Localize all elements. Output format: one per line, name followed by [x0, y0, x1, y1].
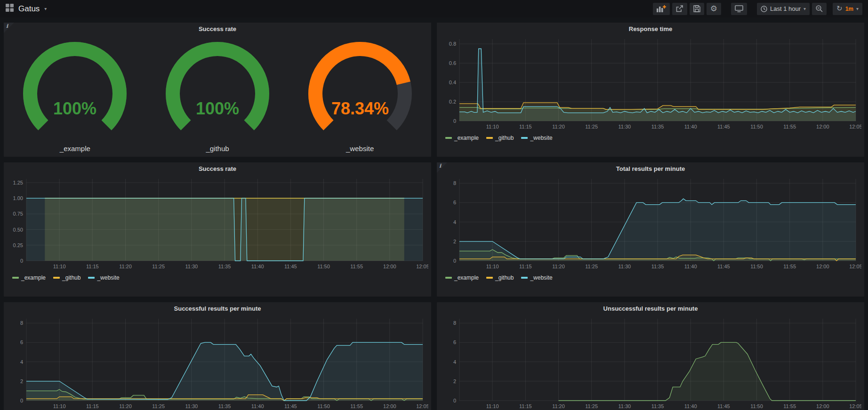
save-button[interactable]: [690, 3, 704, 15]
clock-icon: [761, 6, 767, 12]
legend-swatch: [12, 277, 19, 279]
chart-legend: _example_github_website: [440, 274, 861, 281]
panel-header[interactable]: Success rate: [4, 23, 431, 35]
svg-text:8: 8: [453, 320, 456, 326]
svg-text:11:30: 11:30: [185, 264, 198, 269]
panel-header[interactable]: Total results per minute: [437, 162, 864, 175]
svg-text:11:20: 11:20: [119, 403, 132, 409]
legend-swatch: [88, 277, 95, 279]
time-range-picker[interactable]: Last 1 hour ▾: [757, 3, 810, 15]
legend-item-_github[interactable]: _github: [486, 274, 514, 281]
svg-text:0.75: 0.75: [13, 211, 23, 217]
legend-item-_website[interactable]: _website: [88, 274, 119, 281]
panel-response-time: Response time 00.20.40.60.811:1011:1511:…: [437, 23, 864, 157]
svg-text:11:35: 11:35: [218, 403, 231, 409]
chart-container: 0246811:1011:1511:2011:2511:3011:3511:40…: [437, 315, 864, 410]
panel-title: Response time: [629, 25, 672, 32]
refresh-picker[interactable]: ↻ 1m ▾: [833, 3, 862, 15]
svg-text:0: 0: [453, 398, 456, 403]
svg-text:1.00: 1.00: [13, 195, 23, 201]
svg-text:11:15: 11:15: [519, 403, 532, 409]
gear-icon: ⚙: [710, 5, 717, 13]
svg-text:11:20: 11:20: [552, 403, 565, 409]
panel-header[interactable]: Success rate: [4, 162, 431, 175]
info-icon: i: [439, 163, 441, 169]
svg-text:0.25: 0.25: [13, 242, 23, 248]
legend-label: _github: [62, 274, 80, 281]
share-button[interactable]: [672, 3, 687, 15]
add-panel-button[interactable]: [653, 3, 670, 15]
legend-label: _github: [495, 274, 514, 281]
svg-text:11:30: 11:30: [185, 403, 198, 409]
panel-header[interactable]: Successful results per minute: [4, 302, 431, 315]
svg-text:0.50: 0.50: [13, 227, 23, 233]
legend-item-_github[interactable]: _github: [486, 135, 514, 141]
svg-text:12:00: 12:00: [816, 403, 829, 409]
svg-text:11:40: 11:40: [684, 124, 697, 129]
panel-success-rate-timeseries: Success rate 00.250.500.751.001.2511:101…: [4, 162, 431, 297]
chart-svg: 0246811:1011:1511:2011:2511:3011:3511:40…: [440, 175, 861, 272]
gauge-label: _example: [60, 145, 90, 153]
gauge-arc: 78.34%: [294, 38, 426, 145]
svg-text:11:45: 11:45: [717, 403, 730, 409]
panel-title: Unsuccessful results per minute: [603, 305, 698, 312]
legend-item-_website[interactable]: _website: [521, 135, 552, 141]
panel-header[interactable]: Unsuccessful results per minute: [437, 302, 864, 315]
panel-title: Total results per minute: [616, 165, 685, 172]
panel-success-rate-gauges: i Success rate 100%_example100%_github78…: [4, 23, 431, 157]
svg-text:11:55: 11:55: [783, 403, 796, 409]
legend-swatch: [521, 277, 528, 279]
legend-swatch: [445, 277, 452, 279]
svg-text:6: 6: [20, 339, 23, 345]
svg-text:11:10: 11:10: [486, 403, 499, 409]
chevron-down-icon: ▾: [804, 7, 806, 11]
panel-info-corner[interactable]: i: [437, 162, 448, 174]
svg-text:12:05: 12:05: [849, 124, 861, 129]
gauge-_example: 100%_example: [9, 38, 141, 153]
svg-text:8: 8: [453, 180, 456, 186]
svg-text:11:15: 11:15: [519, 264, 532, 269]
svg-text:78.34%: 78.34%: [331, 99, 389, 118]
svg-text:11:15: 11:15: [519, 124, 532, 129]
legend-item-_example[interactable]: _example: [445, 135, 479, 141]
svg-text:0: 0: [20, 258, 23, 264]
panel-info-corner[interactable]: i: [4, 23, 15, 34]
svg-text:11:15: 11:15: [86, 403, 99, 409]
svg-text:11:35: 11:35: [218, 264, 231, 269]
settings-gear-button[interactable]: ⚙: [707, 3, 721, 15]
svg-text:11:55: 11:55: [783, 264, 796, 269]
zoom-out-button[interactable]: [812, 3, 827, 15]
panel-successful-results: Successful results per minute 0246811:10…: [4, 302, 431, 410]
dashboard-title[interactable]: Gatus: [18, 4, 40, 14]
svg-text:11:10: 11:10: [486, 124, 499, 129]
chevron-down-icon[interactable]: ▾: [44, 7, 47, 11]
svg-text:11:20: 11:20: [552, 124, 565, 129]
legend-item-_website[interactable]: _website: [521, 274, 552, 281]
svg-text:11:50: 11:50: [317, 403, 330, 409]
legend-item-_example[interactable]: _example: [445, 274, 479, 281]
navbar: Gatus ▾ ⚙: [0, 0, 868, 17]
svg-text:2: 2: [20, 378, 23, 384]
svg-text:12:00: 12:00: [816, 264, 829, 269]
legend-item-_github[interactable]: _github: [53, 274, 80, 281]
panel-title: Success rate: [199, 165, 236, 172]
tv-mode-button[interactable]: [731, 3, 747, 15]
svg-text:11:45: 11:45: [284, 403, 297, 409]
svg-text:8: 8: [20, 320, 23, 326]
svg-text:12:00: 12:00: [383, 403, 396, 409]
panel-header[interactable]: Response time: [437, 23, 864, 35]
dashboards-grid-icon[interactable]: [6, 4, 14, 14]
svg-text:2: 2: [453, 239, 456, 244]
svg-text:11:55: 11:55: [783, 124, 796, 129]
svg-text:11:25: 11:25: [585, 403, 598, 409]
svg-text:4: 4: [20, 359, 23, 365]
svg-text:12:05: 12:05: [849, 403, 861, 409]
legend-item-_example[interactable]: _example: [12, 274, 46, 281]
svg-text:12:05: 12:05: [849, 264, 861, 269]
chart-legend: _example_github_website: [7, 274, 428, 281]
legend-label: _website: [97, 274, 119, 281]
svg-text:11:50: 11:50: [317, 264, 330, 269]
refresh-interval-label: 1m: [845, 6, 853, 12]
svg-text:11:40: 11:40: [684, 264, 697, 269]
svg-text:11:30: 11:30: [618, 264, 631, 269]
